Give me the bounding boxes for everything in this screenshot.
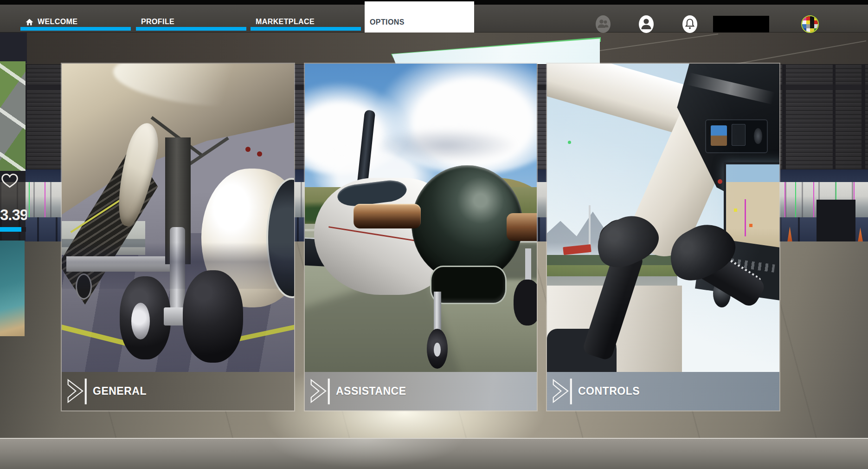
avatar-cell xyxy=(802,16,806,20)
avatar-cell xyxy=(810,24,814,28)
exhaust-stack-shape xyxy=(507,213,537,241)
card-controls-footer[interactable]: CONTROLS xyxy=(547,372,779,410)
card-assistance-label: ASSISTANCE xyxy=(336,385,406,397)
card-assistance-footer[interactable]: ASSISTANCE xyxy=(305,372,537,410)
tab-welcome-underline xyxy=(20,27,131,31)
ground-shadow-shape xyxy=(62,242,294,289)
chevron-arrow-icon xyxy=(66,377,89,406)
heart-icon[interactable] xyxy=(1,173,18,188)
card-controls-photo[interactable] xyxy=(547,64,779,372)
glitch-streak xyxy=(784,182,785,217)
chevron-arrow-icon xyxy=(309,377,332,406)
card-general-footer[interactable]: GENERAL xyxy=(62,372,294,410)
avatar-cell xyxy=(802,28,806,33)
side-preview-progress-track xyxy=(0,227,26,232)
friends-icon[interactable] xyxy=(596,15,611,33)
tab-marketplace-label: MARKETPLACE xyxy=(256,18,315,26)
cloud-shadow-shape xyxy=(374,128,518,162)
hangar-ceiling-left xyxy=(0,33,27,63)
side-preview-ocean-thumbnail[interactable] xyxy=(0,241,25,336)
avatar-cell xyxy=(814,16,818,20)
main-wheel-shape xyxy=(514,280,537,326)
home-icon xyxy=(26,19,33,26)
tab-profile[interactable]: PROFILE xyxy=(136,5,246,32)
tab-welcome-label: WELCOME xyxy=(38,18,77,26)
window-glare-shape xyxy=(547,64,779,372)
exhaust-stack-shape xyxy=(354,204,421,228)
card-assistance-photo[interactable] xyxy=(305,64,537,372)
glitch-streak xyxy=(29,182,30,217)
tire-shape xyxy=(183,270,243,363)
air-intake-shape xyxy=(430,266,507,304)
side-preview-price: 3.39 xyxy=(0,206,27,224)
notifications-icon[interactable] xyxy=(682,15,697,33)
tab-marketplace[interactable]: MARKETPLACE xyxy=(251,5,361,32)
avatar-cell xyxy=(810,16,814,20)
card-controls[interactable]: CONTROLS xyxy=(546,63,780,411)
decal-shape xyxy=(245,147,251,152)
avatar-cell xyxy=(806,16,810,20)
hangar-equipment xyxy=(817,200,855,242)
tab-options-selected[interactable]: OPTIONS xyxy=(365,1,474,33)
tab-profile-underline xyxy=(136,27,246,31)
tab-options-label: OPTIONS xyxy=(370,19,405,26)
card-controls-label: CONTROLS xyxy=(578,385,640,397)
avatar-cell xyxy=(806,24,810,28)
glitch-streak xyxy=(813,182,814,217)
tab-welcome[interactable]: WELCOME xyxy=(20,5,131,32)
avatar[interactable] xyxy=(801,15,819,33)
avatar-cell xyxy=(814,28,818,33)
username-redacted xyxy=(713,16,769,33)
avatar-cell xyxy=(814,20,818,25)
decal-shape xyxy=(257,151,262,156)
avatar-cell xyxy=(806,20,810,25)
avatar-cell xyxy=(802,24,806,28)
engine-cowling-shape xyxy=(411,165,523,282)
main-navbar: WELCOME PROFILE MARKETPLACE OPTIONS xyxy=(0,5,868,33)
avatar-cell xyxy=(806,28,810,33)
card-general-photo[interactable] xyxy=(62,64,294,372)
card-assistance[interactable]: ASSISTANCE xyxy=(304,63,538,411)
profile-icon[interactable] xyxy=(639,15,654,33)
glitch-streak xyxy=(45,182,45,217)
flight-sim-options-screen: 3.39 WELCOME PROFILE MARKETPLACE OPTIONS xyxy=(0,0,868,469)
avatar-cell xyxy=(810,20,814,25)
side-preview-progress-fill xyxy=(0,227,21,232)
card-general[interactable]: GENERAL xyxy=(61,63,295,411)
bottom-bar xyxy=(0,438,868,469)
avatar-cell xyxy=(802,20,806,25)
chevron-arrow-icon xyxy=(552,377,574,406)
tab-profile-label: PROFILE xyxy=(141,18,174,26)
avatar-cell xyxy=(810,28,814,33)
card-general-label: GENERAL xyxy=(93,385,147,397)
avatar-cell xyxy=(814,24,818,28)
side-preview-runway-thumbnail[interactable] xyxy=(0,61,26,171)
glitch-streak xyxy=(795,182,796,217)
tab-marketplace-underline xyxy=(251,27,361,31)
